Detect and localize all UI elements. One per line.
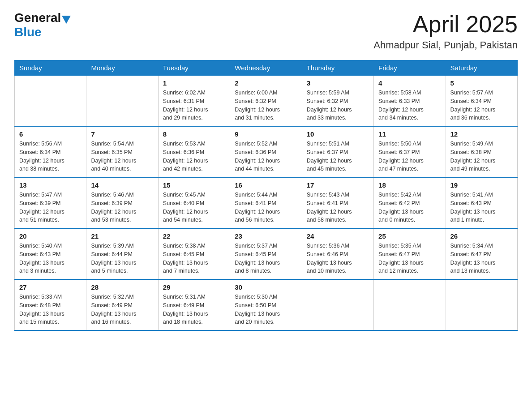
day-info: Sunrise: 5:53 AMSunset: 6:36 PMDaylight:… xyxy=(163,140,225,173)
day-number: 23 xyxy=(235,232,297,240)
title-section: April 2025 Ahmadpur Sial, Punjab, Pakist… xyxy=(373,11,518,51)
day-info: Sunrise: 5:45 AMSunset: 6:40 PMDaylight:… xyxy=(163,191,225,224)
weekday-header-tuesday: Tuesday xyxy=(158,60,230,76)
day-number: 6 xyxy=(19,130,82,138)
calendar-cell: 29Sunrise: 5:31 AMSunset: 6:49 PMDayligh… xyxy=(158,279,230,330)
day-info: Sunrise: 5:34 AMSunset: 6:47 PMDaylight:… xyxy=(450,242,513,275)
calendar-cell: 17Sunrise: 5:43 AMSunset: 6:41 PMDayligh… xyxy=(302,177,373,228)
calendar-cell: 25Sunrise: 5:35 AMSunset: 6:47 PMDayligh… xyxy=(374,228,446,279)
calendar-week-3: 13Sunrise: 5:47 AMSunset: 6:39 PMDayligh… xyxy=(15,177,518,228)
calendar-cell: 13Sunrise: 5:47 AMSunset: 6:39 PMDayligh… xyxy=(15,177,86,228)
calendar-cell: 7Sunrise: 5:54 AMSunset: 6:35 PMDaylight… xyxy=(86,126,158,177)
calendar-cell: 26Sunrise: 5:34 AMSunset: 6:47 PMDayligh… xyxy=(446,228,517,279)
day-info: Sunrise: 5:59 AMSunset: 6:32 PMDaylight:… xyxy=(307,89,369,122)
day-info: Sunrise: 5:35 AMSunset: 6:47 PMDaylight:… xyxy=(378,242,441,275)
day-info: Sunrise: 5:40 AMSunset: 6:43 PMDaylight:… xyxy=(19,242,82,275)
calendar-cell: 6Sunrise: 5:56 AMSunset: 6:34 PMDaylight… xyxy=(15,126,86,177)
calendar-cell: 30Sunrise: 5:30 AMSunset: 6:50 PMDayligh… xyxy=(230,279,302,330)
calendar-week-2: 6Sunrise: 5:56 AMSunset: 6:34 PMDaylight… xyxy=(15,126,518,177)
day-number: 30 xyxy=(235,283,297,291)
logo-triangle-icon xyxy=(62,16,71,24)
logo-general-text: General xyxy=(14,11,61,25)
main-title: April 2025 xyxy=(373,11,518,38)
day-info: Sunrise: 6:00 AMSunset: 6:32 PMDaylight:… xyxy=(235,89,297,122)
calendar-cell: 19Sunrise: 5:41 AMSunset: 6:43 PMDayligh… xyxy=(446,177,517,228)
calendar-cell xyxy=(446,279,517,330)
day-info: Sunrise: 5:36 AMSunset: 6:46 PMDaylight:… xyxy=(307,242,369,275)
calendar-cell: 18Sunrise: 5:42 AMSunset: 6:42 PMDayligh… xyxy=(374,177,446,228)
day-number: 2 xyxy=(235,79,297,87)
day-number: 12 xyxy=(450,130,513,138)
calendar-body: 1Sunrise: 6:02 AMSunset: 6:31 PMDaylight… xyxy=(15,76,518,331)
calendar-cell: 11Sunrise: 5:50 AMSunset: 6:37 PMDayligh… xyxy=(374,126,446,177)
calendar-cell: 20Sunrise: 5:40 AMSunset: 6:43 PMDayligh… xyxy=(15,228,86,279)
day-info: Sunrise: 5:49 AMSunset: 6:38 PMDaylight:… xyxy=(450,140,513,173)
day-info: Sunrise: 5:43 AMSunset: 6:41 PMDaylight:… xyxy=(307,191,369,224)
day-info: Sunrise: 5:31 AMSunset: 6:49 PMDaylight:… xyxy=(163,293,225,326)
day-number: 11 xyxy=(378,130,441,138)
day-number: 20 xyxy=(19,232,82,240)
calendar-cell: 8Sunrise: 5:53 AMSunset: 6:36 PMDaylight… xyxy=(158,126,230,177)
calendar-week-5: 27Sunrise: 5:33 AMSunset: 6:48 PMDayligh… xyxy=(15,279,518,330)
logo-blue-text: Blue xyxy=(14,25,42,39)
calendar-cell: 12Sunrise: 5:49 AMSunset: 6:38 PMDayligh… xyxy=(446,126,517,177)
day-number: 19 xyxy=(450,181,513,189)
day-info: Sunrise: 5:51 AMSunset: 6:37 PMDaylight:… xyxy=(307,140,369,173)
day-number: 14 xyxy=(91,181,153,189)
calendar-cell: 1Sunrise: 6:02 AMSunset: 6:31 PMDaylight… xyxy=(158,76,230,127)
day-info: Sunrise: 5:38 AMSunset: 6:45 PMDaylight:… xyxy=(163,242,225,275)
day-number: 22 xyxy=(163,232,225,240)
calendar-cell: 5Sunrise: 5:57 AMSunset: 6:34 PMDaylight… xyxy=(446,76,517,127)
day-info: Sunrise: 6:02 AMSunset: 6:31 PMDaylight:… xyxy=(163,89,225,122)
subtitle: Ahmadpur Sial, Punjab, Pakistan xyxy=(373,39,518,51)
day-info: Sunrise: 5:32 AMSunset: 6:49 PMDaylight:… xyxy=(91,293,153,326)
day-info: Sunrise: 5:50 AMSunset: 6:37 PMDaylight:… xyxy=(378,140,441,173)
day-number: 25 xyxy=(378,232,441,240)
day-info: Sunrise: 5:42 AMSunset: 6:42 PMDaylight:… xyxy=(378,191,441,224)
logo: General Blue xyxy=(14,11,72,39)
calendar-cell: 23Sunrise: 5:37 AMSunset: 6:45 PMDayligh… xyxy=(230,228,302,279)
day-number: 28 xyxy=(91,283,153,291)
calendar-cell: 24Sunrise: 5:36 AMSunset: 6:46 PMDayligh… xyxy=(302,228,373,279)
day-number: 4 xyxy=(378,79,441,87)
calendar-cell: 21Sunrise: 5:39 AMSunset: 6:44 PMDayligh… xyxy=(86,228,158,279)
calendar-cell: 28Sunrise: 5:32 AMSunset: 6:49 PMDayligh… xyxy=(86,279,158,330)
calendar-cell xyxy=(374,279,446,330)
calendar-week-1: 1Sunrise: 6:02 AMSunset: 6:31 PMDaylight… xyxy=(15,76,518,127)
day-number: 1 xyxy=(163,79,225,87)
day-info: Sunrise: 5:44 AMSunset: 6:41 PMDaylight:… xyxy=(235,191,297,224)
day-number: 3 xyxy=(307,79,369,87)
day-info: Sunrise: 5:33 AMSunset: 6:48 PMDaylight:… xyxy=(19,293,82,326)
weekday-header-thursday: Thursday xyxy=(302,60,373,76)
day-number: 29 xyxy=(163,283,225,291)
day-number: 15 xyxy=(163,181,225,189)
day-info: Sunrise: 5:39 AMSunset: 6:44 PMDaylight:… xyxy=(91,242,153,275)
weekday-header-friday: Friday xyxy=(374,60,446,76)
day-number: 18 xyxy=(378,181,441,189)
day-number: 27 xyxy=(19,283,82,291)
day-number: 7 xyxy=(91,130,153,138)
day-info: Sunrise: 5:47 AMSunset: 6:39 PMDaylight:… xyxy=(19,191,82,224)
calendar-cell xyxy=(302,279,373,330)
day-number: 26 xyxy=(450,232,513,240)
calendar-cell xyxy=(15,76,86,127)
day-number: 17 xyxy=(307,181,369,189)
day-number: 10 xyxy=(307,130,369,138)
day-info: Sunrise: 5:56 AMSunset: 6:34 PMDaylight:… xyxy=(19,140,82,173)
day-info: Sunrise: 5:30 AMSunset: 6:50 PMDaylight:… xyxy=(235,293,297,326)
day-info: Sunrise: 5:46 AMSunset: 6:39 PMDaylight:… xyxy=(91,191,153,224)
day-number: 21 xyxy=(91,232,153,240)
weekday-header-saturday: Saturday xyxy=(446,60,517,76)
day-number: 16 xyxy=(235,181,297,189)
calendar-cell: 10Sunrise: 5:51 AMSunset: 6:37 PMDayligh… xyxy=(302,126,373,177)
day-info: Sunrise: 5:41 AMSunset: 6:43 PMDaylight:… xyxy=(450,191,513,224)
logo-text: General xyxy=(14,11,72,25)
day-number: 5 xyxy=(450,79,513,87)
day-info: Sunrise: 5:57 AMSunset: 6:34 PMDaylight:… xyxy=(450,89,513,122)
calendar-cell: 4Sunrise: 5:58 AMSunset: 6:33 PMDaylight… xyxy=(374,76,446,127)
calendar-header: SundayMondayTuesdayWednesdayThursdayFrid… xyxy=(15,60,518,76)
day-info: Sunrise: 5:54 AMSunset: 6:35 PMDaylight:… xyxy=(91,140,153,173)
day-info: Sunrise: 5:37 AMSunset: 6:45 PMDaylight:… xyxy=(235,242,297,275)
day-number: 9 xyxy=(235,130,297,138)
day-number: 8 xyxy=(163,130,225,138)
